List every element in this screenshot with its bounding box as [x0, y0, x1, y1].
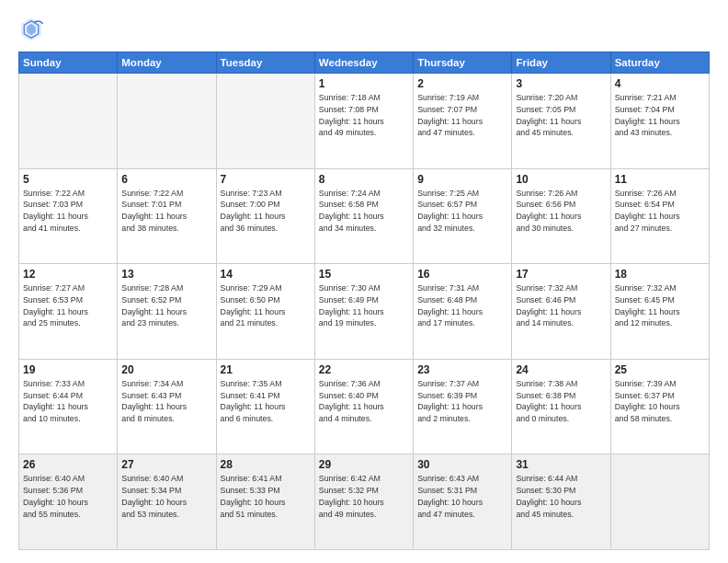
day-number: 18: [615, 268, 705, 281]
calendar-cell: 25Sunrise: 7:39 AM Sunset: 6:37 PM Dayli…: [610, 359, 709, 454]
calendar-cell: 7Sunrise: 7:23 AM Sunset: 7:00 PM Daylig…: [216, 168, 314, 264]
calendar-cell: 16Sunrise: 7:31 AM Sunset: 6:48 PM Dayli…: [414, 264, 512, 360]
calendar-cell: 15Sunrise: 7:30 AM Sunset: 6:49 PM Dayli…: [314, 264, 413, 360]
calendar-week-4: 19Sunrise: 7:33 AM Sunset: 6:44 PM Dayli…: [19, 359, 710, 454]
calendar-cell: 23Sunrise: 7:37 AM Sunset: 6:39 PM Dayli…: [414, 359, 512, 454]
day-info: Sunrise: 7:33 AM Sunset: 6:44 PM Dayligh…: [23, 378, 113, 425]
day-info: Sunrise: 7:36 AM Sunset: 6:40 PM Dayligh…: [319, 378, 409, 425]
day-number: 17: [516, 268, 606, 281]
day-number: 8: [319, 173, 409, 186]
day-number: 23: [417, 363, 507, 376]
calendar-week-3: 12Sunrise: 7:27 AM Sunset: 6:53 PM Dayli…: [19, 264, 710, 360]
calendar-cell: 2Sunrise: 7:19 AM Sunset: 7:07 PM Daylig…: [414, 74, 512, 169]
day-info: Sunrise: 7:24 AM Sunset: 6:58 PM Dayligh…: [319, 188, 409, 235]
day-info: Sunrise: 6:44 AM Sunset: 5:30 PM Dayligh…: [516, 473, 606, 520]
day-number: 14: [221, 268, 311, 281]
weekday-header-tuesday: Tuesday: [216, 52, 314, 74]
weekday-header-thursday: Thursday: [414, 52, 512, 74]
day-number: 10: [516, 173, 606, 186]
calendar-cell: 29Sunrise: 6:42 AM Sunset: 5:32 PM Dayli…: [314, 454, 413, 550]
day-info: Sunrise: 7:19 AM Sunset: 7:07 PM Dayligh…: [417, 92, 507, 139]
calendar-cell: 4Sunrise: 7:21 AM Sunset: 7:04 PM Daylig…: [610, 74, 709, 169]
day-info: Sunrise: 7:18 AM Sunset: 7:08 PM Dayligh…: [319, 92, 409, 139]
weekday-header-row: SundayMondayTuesdayWednesdayThursdayFrid…: [19, 52, 710, 74]
day-number: 2: [417, 77, 507, 90]
calendar-cell: 31Sunrise: 6:44 AM Sunset: 5:30 PM Dayli…: [512, 454, 610, 550]
weekday-header-saturday: Saturday: [610, 52, 709, 74]
day-number: 20: [121, 363, 211, 376]
day-info: Sunrise: 7:21 AM Sunset: 7:04 PM Dayligh…: [615, 92, 705, 139]
day-info: Sunrise: 7:37 AM Sunset: 6:39 PM Dayligh…: [417, 378, 507, 425]
day-number: 24: [516, 363, 606, 376]
day-info: Sunrise: 7:20 AM Sunset: 7:05 PM Dayligh…: [516, 92, 606, 139]
day-number: 9: [417, 173, 507, 186]
calendar-cell: 27Sunrise: 6:40 AM Sunset: 5:34 PM Dayli…: [118, 454, 216, 550]
calendar-week-5: 26Sunrise: 6:40 AM Sunset: 5:36 PM Dayli…: [19, 454, 710, 550]
day-info: Sunrise: 7:27 AM Sunset: 6:53 PM Dayligh…: [23, 282, 113, 329]
day-number: 28: [221, 458, 311, 471]
day-number: 27: [121, 458, 211, 471]
weekday-header-wednesday: Wednesday: [314, 52, 413, 74]
day-number: 19: [23, 363, 113, 376]
day-info: Sunrise: 7:34 AM Sunset: 6:43 PM Dayligh…: [121, 378, 211, 425]
day-info: Sunrise: 7:23 AM Sunset: 7:00 PM Dayligh…: [221, 188, 311, 235]
calendar-table: SundayMondayTuesdayWednesdayThursdayFrid…: [18, 52, 710, 550]
day-info: Sunrise: 7:26 AM Sunset: 6:56 PM Dayligh…: [516, 188, 606, 235]
calendar-cell: [118, 74, 216, 169]
calendar-week-2: 5Sunrise: 7:22 AM Sunset: 7:03 PM Daylig…: [19, 168, 710, 264]
day-number: 5: [23, 173, 113, 186]
day-info: Sunrise: 7:25 AM Sunset: 6:57 PM Dayligh…: [417, 188, 507, 235]
calendar-cell: 26Sunrise: 6:40 AM Sunset: 5:36 PM Dayli…: [19, 454, 118, 550]
day-info: Sunrise: 7:30 AM Sunset: 6:49 PM Dayligh…: [319, 282, 409, 329]
day-number: 29: [319, 458, 409, 471]
day-number: 16: [417, 268, 507, 281]
day-info: Sunrise: 7:39 AM Sunset: 6:37 PM Dayligh…: [615, 378, 705, 425]
day-number: 30: [417, 458, 507, 471]
calendar-cell: 1Sunrise: 7:18 AM Sunset: 7:08 PM Daylig…: [314, 74, 413, 169]
calendar-cell: 28Sunrise: 6:41 AM Sunset: 5:33 PM Dayli…: [216, 454, 314, 550]
day-info: Sunrise: 6:40 AM Sunset: 5:34 PM Dayligh…: [121, 473, 211, 520]
day-number: 4: [615, 77, 705, 90]
day-number: 15: [319, 268, 409, 281]
day-info: Sunrise: 7:31 AM Sunset: 6:48 PM Dayligh…: [417, 282, 507, 329]
day-number: 6: [121, 173, 211, 186]
day-number: 11: [615, 173, 705, 186]
day-info: Sunrise: 7:22 AM Sunset: 7:01 PM Dayligh…: [121, 188, 211, 235]
day-number: 13: [121, 268, 211, 281]
day-info: Sunrise: 7:28 AM Sunset: 6:52 PM Dayligh…: [121, 282, 211, 329]
calendar-cell: 9Sunrise: 7:25 AM Sunset: 6:57 PM Daylig…: [414, 168, 512, 264]
calendar-cell: [610, 454, 709, 550]
day-info: Sunrise: 7:22 AM Sunset: 7:03 PM Dayligh…: [23, 188, 113, 235]
day-number: 26: [23, 458, 113, 471]
calendar-cell: 3Sunrise: 7:20 AM Sunset: 7:05 PM Daylig…: [512, 74, 610, 169]
calendar-cell: 11Sunrise: 7:26 AM Sunset: 6:54 PM Dayli…: [610, 168, 709, 264]
weekday-header-friday: Friday: [512, 52, 610, 74]
day-info: Sunrise: 6:43 AM Sunset: 5:31 PM Dayligh…: [417, 473, 507, 520]
logo-icon: [18, 17, 44, 42]
calendar-cell: [19, 74, 118, 169]
day-info: Sunrise: 7:38 AM Sunset: 6:38 PM Dayligh…: [516, 378, 606, 425]
calendar-cell: 19Sunrise: 7:33 AM Sunset: 6:44 PM Dayli…: [19, 359, 118, 454]
header: [18, 17, 710, 42]
calendar-week-1: 1Sunrise: 7:18 AM Sunset: 7:08 PM Daylig…: [19, 74, 710, 169]
calendar-cell: 21Sunrise: 7:35 AM Sunset: 6:41 PM Dayli…: [216, 359, 314, 454]
day-info: Sunrise: 7:29 AM Sunset: 6:50 PM Dayligh…: [221, 282, 311, 329]
calendar-cell: 24Sunrise: 7:38 AM Sunset: 6:38 PM Dayli…: [512, 359, 610, 454]
calendar-cell: 8Sunrise: 7:24 AM Sunset: 6:58 PM Daylig…: [314, 168, 413, 264]
day-number: 25: [615, 363, 705, 376]
day-info: Sunrise: 6:40 AM Sunset: 5:36 PM Dayligh…: [23, 473, 113, 520]
calendar-body: 1Sunrise: 7:18 AM Sunset: 7:08 PM Daylig…: [19, 74, 710, 550]
logo: [18, 17, 48, 42]
day-number: 12: [23, 268, 113, 281]
weekday-header-sunday: Sunday: [19, 52, 118, 74]
calendar-cell: 10Sunrise: 7:26 AM Sunset: 6:56 PM Dayli…: [512, 168, 610, 264]
day-number: 21: [221, 363, 311, 376]
calendar-cell: 12Sunrise: 7:27 AM Sunset: 6:53 PM Dayli…: [19, 264, 118, 360]
day-number: 3: [516, 77, 606, 90]
calendar-cell: 20Sunrise: 7:34 AM Sunset: 6:43 PM Dayli…: [118, 359, 216, 454]
calendar-cell: 14Sunrise: 7:29 AM Sunset: 6:50 PM Dayli…: [216, 264, 314, 360]
day-number: 7: [221, 173, 311, 186]
calendar-cell: 13Sunrise: 7:28 AM Sunset: 6:52 PM Dayli…: [118, 264, 216, 360]
day-info: Sunrise: 7:32 AM Sunset: 6:45 PM Dayligh…: [615, 282, 705, 329]
page: SundayMondayTuesdayWednesdayThursdayFrid…: [0, 0, 728, 563]
